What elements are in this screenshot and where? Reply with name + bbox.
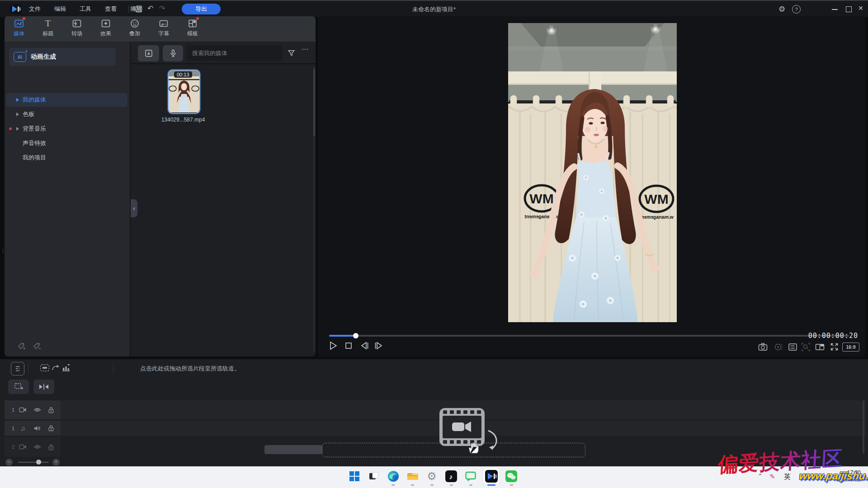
import-icon [144, 49, 153, 58]
preview-seekbar[interactable] [329, 335, 849, 337]
tab-label: 模板 [187, 30, 198, 38]
redo-icon[interactable]: ↷ [159, 4, 165, 13]
start-button[interactable] [348, 470, 361, 483]
preview-timecode: 00:00:00:20 [808, 332, 858, 340]
ai-generate-label: 动画生成 [31, 53, 56, 61]
timeline-zoom-slider[interactable] [18, 462, 49, 463]
badge-dot [23, 17, 25, 20]
tab-effects[interactable]: 效果 [93, 18, 119, 41]
track-header-video-2[interactable]: 2 [5, 437, 61, 457]
tab-label: 转场 [71, 30, 82, 38]
play-button[interactable] [328, 340, 340, 352]
track-lock-icon[interactable] [48, 444, 54, 450]
clip-duration-badge: 00:13 [174, 71, 192, 78]
tiktok-app-icon[interactable]: ♪♪♪ [445, 470, 458, 483]
undo-icon[interactable]: ↶ [147, 4, 153, 13]
running-indicator [510, 484, 513, 486]
sidebar-item-my-projects[interactable]: 我的项目 [6, 151, 127, 164]
maximize-button[interactable] [846, 6, 852, 12]
fullscreen-icon[interactable] [829, 342, 840, 352]
export-button[interactable]: 导出 [182, 4, 221, 14]
remove-tag-icon[interactable] [33, 342, 42, 350]
tab-overlays[interactable]: 叠加 [122, 18, 148, 41]
video-content: WM w.management WM w.management [508, 23, 677, 322]
seekbar-knob[interactable] [353, 333, 359, 338]
drag-curve-arrow-icon [51, 363, 60, 372]
ai-generate-button[interactable]: AI 动画生成 [9, 48, 116, 66]
settings-gear-icon[interactable]: ⚙ [778, 5, 785, 14]
task-view-button[interactable] [368, 470, 380, 483]
menu-item[interactable]: 文件 [27, 5, 42, 13]
sidebar-item-my-media[interactable]: 我的媒体 [6, 93, 127, 107]
previous-frame-button[interactable] [359, 340, 370, 352]
file-explorer-icon[interactable] [406, 470, 419, 483]
menu-item[interactable]: 编辑 [52, 5, 68, 13]
more-options-icon[interactable]: ⋯ [302, 45, 309, 53]
rotate-arrow-icon [486, 429, 498, 453]
preview-panel: WM w.management WM w.management [318, 16, 865, 357]
sidebar-item-bgm[interactable]: 背景音乐 [6, 122, 127, 136]
stop-button[interactable] [343, 340, 355, 352]
preview-render-icon[interactable] [773, 342, 784, 352]
sidebar-item-sound-fx[interactable]: 声音特效 [6, 136, 127, 150]
timeline-ruler[interactable]: 0:0000:12:0000:24:0000:36:0000:48:0001:0… [0, 380, 868, 400]
media-scrollbar-thumb[interactable] [313, 69, 315, 136]
tab-subtitles[interactable]: 字幕 [151, 18, 177, 41]
import-button[interactable] [138, 45, 159, 61]
track-lock-icon[interactable] [48, 425, 54, 432]
menu-item[interactable]: 工具 [78, 5, 93, 13]
watermark-url: www.paijishu.com [798, 470, 868, 482]
next-frame-button[interactable] [373, 340, 385, 352]
help-icon[interactable]: ? [792, 5, 801, 14]
minimize-button[interactable] [832, 9, 838, 10]
track-header-audio-1[interactable]: 1 ♫ [5, 421, 61, 436]
tab-media[interactable]: 媒体 [6, 18, 32, 41]
track-header-video-1[interactable]: 1 [5, 400, 61, 419]
menu-item[interactable]: 查看 [103, 5, 118, 13]
timeline-zoom-out-button[interactable]: − [5, 459, 13, 466]
badge-dot [196, 17, 199, 20]
marker-list-icon[interactable] [788, 342, 798, 352]
filter-icon[interactable] [286, 48, 296, 58]
add-tag-icon[interactable] [17, 342, 26, 350]
tab-label: 字幕 [158, 30, 169, 38]
wechat-app-icon[interactable] [505, 470, 518, 483]
snapshot-camera-icon[interactable] [758, 342, 769, 352]
app-logo-icon [10, 4, 22, 14]
tab-label: 效果 [100, 30, 111, 38]
edge-browser-icon[interactable] [387, 470, 400, 483]
close-button[interactable]: ✕ [858, 5, 863, 12]
zoom-preview-icon[interactable] [801, 342, 811, 352]
save-icon[interactable] [135, 5, 143, 13]
track-lock-icon[interactable] [48, 407, 54, 413]
record-voiceover-button[interactable] [163, 45, 183, 61]
ai-badge-icon: AI [14, 52, 26, 62]
edge-handle-icon[interactable]: ⋮ [0, 248, 6, 254]
track-mute-speaker-icon[interactable] [33, 425, 41, 432]
toolbar-divider [113, 363, 113, 374]
track-visibility-eye-icon[interactable] [33, 407, 41, 413]
messages-app-icon[interactable] [464, 470, 477, 483]
svg-text:WM: WM [644, 192, 668, 206]
title-T-icon: T [42, 18, 53, 29]
subtitle-icon [158, 18, 169, 29]
collapse-panel-button[interactable]: ‹ [131, 199, 137, 217]
tab-transitions[interactable]: 转场 [64, 18, 90, 41]
sidebar-item-label: 声音特效 [23, 139, 46, 147]
timeline-zoom-in-button[interactable]: + [52, 459, 60, 466]
timeline-zoom-knob[interactable] [36, 460, 41, 465]
search-input[interactable] [187, 49, 274, 57]
sidebar-item-color-board[interactable]: 色板 [6, 108, 127, 121]
tab-titles[interactable]: T 标题 [35, 18, 61, 41]
settings-app-icon[interactable]: ⚙ [425, 470, 438, 483]
track-visibility-eye-icon[interactable] [33, 444, 41, 450]
running-indicator [450, 484, 453, 486]
split-screen-icon[interactable] [815, 342, 826, 352]
timeline-hint-text[interactable]: 点击此处或拖动所选片段至所选轨道。 [140, 365, 240, 373]
storyboard-view-icon[interactable] [11, 362, 24, 375]
video-viewport[interactable]: WM w.management WM w.management [508, 23, 677, 322]
toolbar-divider [28, 363, 28, 374]
video-editor-app-icon[interactable] [485, 470, 498, 483]
aspect-ratio-button[interactable]: 16:9 [842, 343, 859, 352]
tab-templates[interactable]: 模板 [179, 18, 206, 41]
